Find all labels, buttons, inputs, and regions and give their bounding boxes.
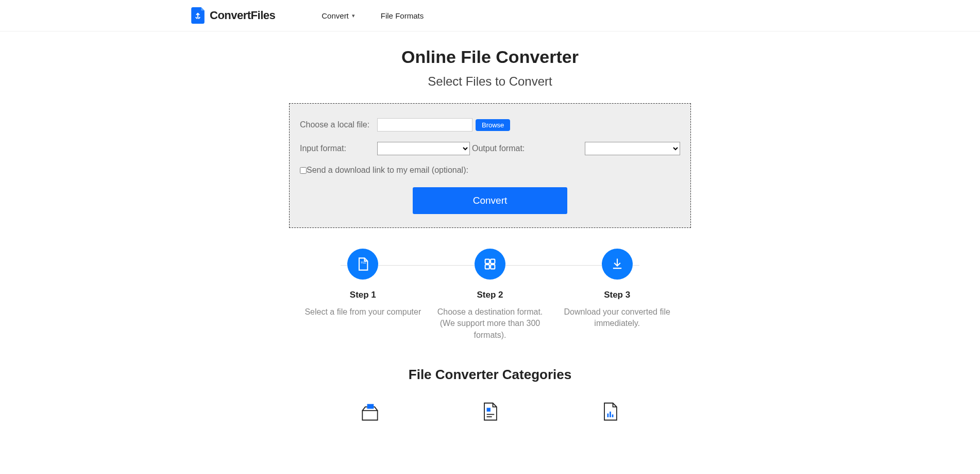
- chevron-down-icon: ▾: [352, 12, 355, 19]
- convert-box: Choose a local file: Browse Input format…: [289, 103, 691, 228]
- steps: FILE Step 1 Select a file from your comp…: [299, 249, 681, 341]
- svg-rect-3: [485, 265, 489, 269]
- svg-rect-11: [612, 415, 614, 418]
- main: Online File Converter Select Files to Co…: [279, 31, 701, 446]
- page-subtitle: Select Files to Convert: [289, 74, 691, 89]
- logo-icon: [191, 7, 205, 24]
- category-archive[interactable]: [359, 400, 381, 425]
- grid-icon: [475, 249, 505, 280]
- chart-file-icon: [599, 400, 621, 423]
- nav: Convert ▾ File Formats: [322, 11, 424, 20]
- categories: [310, 400, 670, 425]
- nav-convert[interactable]: Convert ▾: [322, 11, 355, 20]
- nav-file-formats-label: File Formats: [381, 11, 424, 20]
- convert-button[interactable]: Convert: [413, 187, 567, 214]
- nav-file-formats[interactable]: File Formats: [381, 11, 424, 20]
- svg-rect-10: [610, 412, 611, 417]
- svg-rect-2: [491, 259, 495, 264]
- svg-rect-4: [491, 265, 495, 269]
- output-format-select[interactable]: [585, 142, 680, 155]
- svg-rect-5: [367, 404, 374, 409]
- svg-rect-9: [607, 414, 609, 417]
- file-input[interactable]: [377, 118, 472, 132]
- page-title: Online File Converter: [289, 47, 691, 67]
- email-label: Send a download link to my email (option…: [307, 166, 468, 175]
- input-format-label: Input format:: [300, 144, 377, 153]
- step-1-title: Step 1: [305, 290, 421, 300]
- input-format-select[interactable]: [377, 142, 470, 155]
- step-3: Step 3 Download your converted file imme…: [553, 249, 681, 341]
- categories-title: File Converter Categories: [289, 367, 691, 383]
- svg-rect-6: [487, 408, 491, 412]
- document-icon: [479, 400, 501, 423]
- step-2: Step 2 Choose a destination format. (We …: [427, 249, 554, 341]
- svg-text:FILE: FILE: [361, 261, 366, 264]
- choose-file-label: Choose a local file:: [300, 120, 377, 129]
- step-2-desc: Choose a destination format. (We support…: [432, 306, 549, 341]
- step-1-desc: Select a file from your computer: [305, 306, 421, 318]
- file-icon: FILE: [347, 249, 378, 280]
- category-presentation[interactable]: [599, 400, 621, 425]
- step-1: FILE Step 1 Select a file from your comp…: [299, 249, 427, 341]
- step-3-desc: Download your converted file immediately…: [559, 306, 675, 330]
- svg-rect-1: [485, 259, 489, 264]
- header: ConvertFiles Convert ▾ File Formats: [0, 0, 980, 31]
- category-document[interactable]: [479, 400, 501, 425]
- step-2-title: Step 2: [432, 290, 549, 300]
- logo[interactable]: ConvertFiles: [191, 7, 275, 24]
- browse-button[interactable]: Browse: [476, 119, 510, 131]
- step-3-title: Step 3: [559, 290, 675, 300]
- brand-name: ConvertFiles: [210, 9, 275, 22]
- download-icon: [602, 249, 633, 280]
- archive-icon: [359, 400, 381, 423]
- nav-convert-label: Convert: [322, 11, 349, 20]
- email-checkbox[interactable]: [300, 167, 307, 174]
- output-format-label: Output format:: [472, 144, 525, 153]
